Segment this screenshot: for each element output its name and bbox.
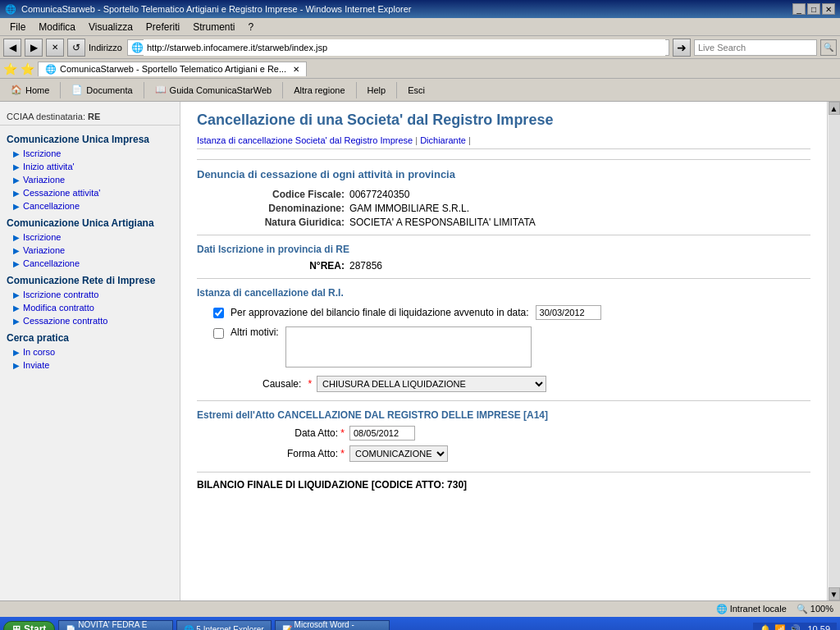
sidebar-item-inizio-attivita[interactable]: ▶ Inizio attivita' (0, 160, 180, 173)
home-icon: 🏠 (11, 84, 22, 95)
sidebar-item-modifica-contratto[interactable]: ▶ Modifica contratto (0, 301, 180, 314)
taskbar-app-word[interactable]: 📝 Microsoft Word - NUOVA... (275, 620, 390, 630)
bilancio-checkbox[interactable] (213, 308, 224, 318)
denominazione-value: GAM IMMOBILIARE S.R.L. (349, 203, 469, 214)
close-button[interactable]: ✕ (822, 3, 835, 15)
sidebar-section-artigiana: Comunicazione Unica Artigiana (0, 212, 180, 231)
menu-modifica[interactable]: Modifica (32, 20, 82, 34)
home-button[interactable]: 🏠 Home (3, 82, 57, 98)
causale-select[interactable]: CHIUSURA DELLA LIQUIDAZIONE ALTRO (317, 376, 546, 392)
causale-required: * (308, 378, 312, 390)
favorites-bar: ⭐ ⭐ 🌐 ComunicaStarweb - Sportello Telema… (0, 59, 840, 79)
codice-fiscale-row: Codice Fiscale: 00677240350 (197, 189, 810, 200)
arrow-icon-3: ▶ (13, 176, 20, 185)
add-favorite-icon[interactable]: ⭐ (3, 62, 17, 75)
altra-regione-button[interactable]: Altra regione (286, 83, 352, 98)
arrow-icon-9: ▶ (13, 290, 20, 299)
codice-fiscale-value: 00677240350 (349, 189, 409, 200)
altri-motivi-textarea[interactable] (285, 326, 532, 368)
start-button[interactable]: ⊞ Start (3, 621, 55, 630)
breadcrumb-link-1[interactable]: Istanza di cancellazione Societa' dal Re… (197, 135, 413, 145)
page-title: Cancellazione di una Societa' dal Regist… (197, 112, 810, 129)
separator-top (197, 159, 810, 160)
menu-strumenti[interactable]: Strumenti (186, 20, 241, 34)
data-atto-label: Data Atto: * (197, 427, 345, 439)
taskbar-icon-3: 📝 (282, 625, 292, 631)
browser-body: CCIAA destinataria: RE Comunicazione Uni… (0, 102, 840, 600)
sidebar-item-iscrizione-contratto[interactable]: ▶ Iscrizione contratto (0, 288, 180, 301)
arrow-icon-11: ▶ (13, 317, 20, 326)
denominazione-row: Denominazione: GAM IMMOBILIARE S.R.L. (197, 203, 810, 214)
tray-icon-2: 📶 (774, 624, 786, 631)
taskbar-icon-2: 🌐 (184, 625, 194, 631)
scroll-up-button[interactable]: ▲ (829, 102, 840, 115)
arrow-icon-5: ▶ (13, 202, 20, 211)
altri-motivi-checkbox[interactable] (213, 328, 224, 339)
sidebar-section-impresa: Comunicazione Unica Impresa (0, 129, 180, 147)
sidebar-item-cessazione-attivita[interactable]: ▶ Cessazione attivita' (0, 186, 180, 199)
title-bar: 🌐 ComunicaStarweb - Sportello Telematico… (0, 0, 840, 18)
forward-button[interactable]: ▶ (25, 39, 43, 57)
main-panel: Cancellazione di una Societa' dal Regist… (180, 102, 827, 600)
address-label: Indirizzo (89, 43, 122, 52)
documenta-button[interactable]: 📄 Documenta (64, 82, 139, 98)
separator-1 (60, 82, 61, 98)
menu-bar: File Modifica Visualizza Preferiti Strum… (0, 18, 840, 36)
search-input[interactable] (694, 39, 817, 56)
favorite-star-icon[interactable]: ⭐ (21, 62, 34, 75)
help-button[interactable]: Help (360, 83, 394, 98)
menu-preferiti[interactable]: Preferiti (139, 20, 186, 34)
tab-icon: 🌐 (45, 64, 57, 75)
address-input[interactable] (144, 39, 665, 56)
intranet-zone: 🌐 Intranet locale (716, 604, 787, 614)
back-button[interactable]: ◀ (3, 39, 21, 57)
bilancio-date-input[interactable] (536, 305, 601, 320)
maximize-button[interactable]: □ (807, 3, 820, 15)
forma-atto-label: Forma Atto: * (197, 448, 345, 459)
sidebar-item-in-corso[interactable]: ▶ In corso (0, 345, 180, 358)
refresh-button[interactable]: ↺ (67, 39, 85, 57)
sidebar-item-iscrizione-art[interactable]: ▶ Iscrizione (0, 231, 180, 244)
sidebar-item-iscrizione-impresa[interactable]: ▶ Iscrizione (0, 147, 180, 160)
menu-help[interactable]: ? (242, 20, 261, 34)
stop-button[interactable]: ✕ (46, 39, 64, 57)
causale-row: Causale: * CHIUSURA DELLA LIQUIDAZIONE A… (197, 376, 810, 392)
scroll-down-button[interactable]: ▼ (829, 587, 840, 600)
browser-tab-active[interactable]: 🌐 ComunicaStarweb - Sportello Telematico… (38, 62, 307, 76)
dati-iscrizione-title: Dati Iscrizione in provincia di RE (197, 244, 810, 255)
taskbar: ⊞ Start 📄 NOVITA' FEDRA E STAR... 🌐 5 In… (0, 617, 840, 630)
globe-icon: 🌐 (716, 604, 728, 614)
nrea-value: 287856 (349, 260, 382, 272)
sidebar-item-variazione-impresa[interactable]: ▶ Variazione (0, 173, 180, 186)
data-atto-input[interactable] (349, 426, 415, 441)
estremi-section-title: Estremi dell'Atto CANCELLAZIONE DAL REGI… (197, 409, 810, 421)
go-button[interactable]: ➜ (673, 39, 691, 57)
minimize-button[interactable]: _ (792, 3, 806, 15)
altri-motivi-row: Altri motivi: (197, 326, 810, 368)
arrow-icon-12: ▶ (13, 348, 20, 357)
taskbar-app-ie[interactable]: 🌐 5 Internet Explorer (176, 620, 271, 630)
sidebar: CCIAA destinataria: RE Comunicazione Uni… (0, 102, 180, 600)
guida-button[interactable]: 📖 Guida ComunicaStarWeb (148, 82, 280, 98)
sidebar-item-cancellazione-art[interactable]: ▶ Cancellazione (0, 257, 180, 270)
scrollbar-right[interactable]: ▲ ▼ (827, 102, 840, 600)
sidebar-item-cessazione-contratto[interactable]: ▶ Cessazione contratto (0, 314, 180, 327)
arrow-icon-8: ▶ (13, 259, 20, 268)
tab-close-icon[interactable]: ✕ (293, 65, 299, 74)
menu-visualizza[interactable]: Visualizza (82, 20, 139, 34)
sidebar-item-inviate[interactable]: ▶ Inviate (0, 358, 180, 372)
sidebar-item-cancellazione-impresa[interactable]: ▶ Cancellazione (0, 199, 180, 212)
arrow-icon-4: ▶ (13, 189, 20, 198)
taskbar-app-novita[interactable]: 📄 NOVITA' FEDRA E STAR... (58, 620, 173, 630)
sidebar-item-variazione-art[interactable]: ▶ Variazione (0, 244, 180, 257)
nav-toolbar: 🏠 Home 📄 Documenta 📖 Guida ComunicaStarW… (0, 79, 840, 102)
breadcrumb-link-2[interactable]: Dichiarante (420, 135, 466, 145)
separator-4 (197, 400, 810, 401)
esci-button[interactable]: Esci (400, 83, 432, 98)
search-button[interactable]: 🔍 (820, 39, 837, 56)
data-atto-row: Data Atto: * (197, 426, 810, 441)
forma-atto-select[interactable]: COMUNICAZIONE ATTO NOTARILE (349, 445, 448, 462)
natura-giuridica-value: SOCIETA' A RESPONSABILITA' LIMITATA (349, 217, 536, 228)
tray-icon-1: 🔔 (760, 624, 771, 631)
menu-file[interactable]: File (3, 20, 32, 34)
